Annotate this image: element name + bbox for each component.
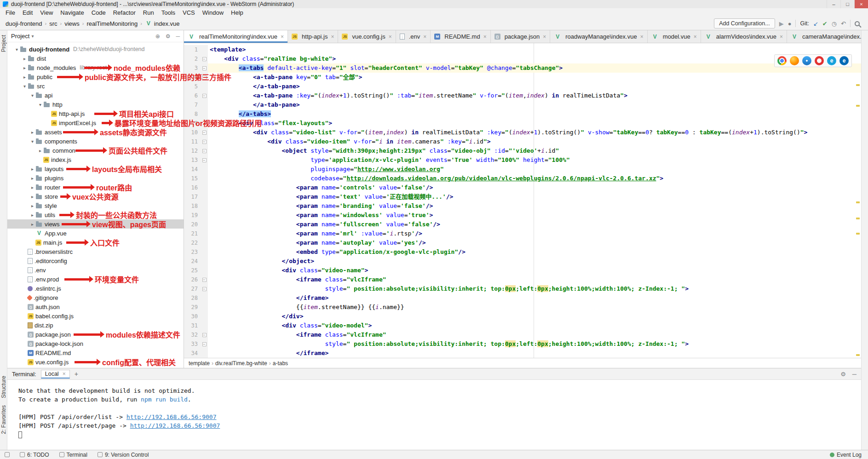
code-line[interactable]: 1<template>	[184, 45, 861, 54]
hide-panel-icon[interactable]: ─	[176, 33, 180, 40]
editor-tab-package-json[interactable]: {}package.json×	[491, 30, 551, 43]
chevron-right-icon[interactable]: ▸	[29, 203, 35, 208]
menu-item-tools[interactable]: Tools	[158, 9, 179, 16]
tree-item-eslintrc-js[interactable]: .eslintrc.js	[7, 284, 184, 293]
tree-item-editorconfig[interactable]: .editorconfig	[7, 256, 184, 265]
breadcrumb-item-index-vue[interactable]: Vindex.vue	[144, 19, 181, 28]
menu-item-navigate[interactable]: Navigate	[57, 9, 87, 16]
tree-item-plugins[interactable]: ▸plugins	[7, 173, 184, 183]
chevron-right-icon[interactable]: ▸	[37, 148, 43, 153]
editor-tab-env[interactable]: .env×	[396, 30, 431, 43]
close-icon[interactable]: ×	[423, 34, 426, 40]
menu-item-window[interactable]: Window	[199, 9, 227, 16]
chevron-right-icon[interactable]: ▸	[22, 75, 28, 80]
tree-item-src[interactable]: ▾src	[7, 81, 184, 91]
tree-item-store[interactable]: ▸store	[7, 192, 184, 201]
editor-tab-cameramanage-index-vue[interactable]: VcameraManage\index.vue×	[787, 30, 861, 43]
tree-item-http[interactable]: ▾http	[7, 100, 184, 109]
chevron-down-icon[interactable]: ▾	[37, 102, 43, 107]
close-icon[interactable]: ×	[543, 34, 546, 40]
rollback-icon[interactable]: ↶	[841, 20, 846, 27]
close-icon[interactable]: ×	[63, 371, 66, 377]
search-icon[interactable]	[855, 21, 860, 26]
gear-icon[interactable]: ⚙	[840, 371, 846, 378]
tool-stripe-structure[interactable]: Structure	[0, 376, 7, 398]
menu-item-vcs[interactable]: VCS	[179, 9, 199, 16]
fold-icon[interactable]: −	[202, 140, 207, 144]
tool-stripe-2-favorites[interactable]: 2: Favorites	[0, 405, 7, 434]
code-line[interactable]: 24 </object>	[184, 257, 861, 266]
chevron-right-icon[interactable]: ▸	[29, 166, 35, 172]
chevron-down-icon[interactable]: ▾	[22, 84, 28, 89]
editor-tab-realtimemonitoring-index-vue[interactable]: VrealTimeMonitoring\index.vue×	[184, 30, 288, 43]
maximize-icon[interactable]: □	[840, 0, 854, 8]
terminal-link[interactable]: http://192.168.66.56:9007	[126, 413, 217, 420]
close-icon[interactable]: ×	[483, 34, 487, 40]
close-icon[interactable]: ×	[389, 34, 392, 40]
menu-item-help[interactable]: Help	[227, 9, 247, 16]
minimize-icon[interactable]: –	[827, 0, 840, 8]
tree-item-readme-md[interactable]: MREADME.md	[7, 348, 184, 357]
tree-item-node-modules[interactable]: ▸node_moduleslibrary root	[7, 63, 184, 72]
tree-item-main-js[interactable]: JSmain.js	[7, 238, 184, 247]
fold-icon[interactable]: −	[202, 57, 207, 61]
menu-item-code[interactable]: Code	[88, 9, 109, 16]
tree-item-common[interactable]: ▸common	[7, 146, 184, 155]
breadcrumb-item-duoji-frontend[interactable]: duoji-frontend	[5, 19, 43, 28]
tree-item-importexcel-js[interactable]: JSimportExcel.js	[7, 118, 184, 127]
code-line[interactable]: 7 </a-tab-pane>	[184, 100, 861, 109]
tree-item-auth-json[interactable]: {}auth.json	[7, 302, 184, 311]
ie-icon[interactable]: e	[827, 56, 836, 65]
safari-icon[interactable]	[802, 56, 811, 65]
fold-icon[interactable]: −	[202, 278, 207, 282]
tree-item-gitignore[interactable]: .gitignore	[7, 293, 184, 302]
tree-item-http-api-js[interactable]: JShttp-api.js	[7, 109, 184, 118]
menu-item-refactor[interactable]: Refactor	[109, 9, 139, 16]
fold-icon[interactable]: −	[202, 342, 207, 346]
status-item-event-log[interactable]: Event Log	[830, 452, 862, 458]
tree-item-layouts[interactable]: ▸layouts	[7, 164, 184, 173]
new-terminal-button[interactable]: +	[75, 370, 78, 378]
chevron-right-icon[interactable]: ▸	[22, 56, 28, 61]
menu-item-file[interactable]: File	[2, 9, 19, 16]
code-line[interactable]: 9 <div class="flex-layouts">	[184, 119, 861, 128]
add-configuration-button[interactable]: Add Configuration...	[714, 18, 775, 29]
code-line[interactable]: 26− <iframe class="vlcIframe"	[184, 275, 861, 284]
chevron-down-icon[interactable]: ▾	[31, 34, 34, 39]
code-line[interactable]: 32− <iframe class="vlcIframe"	[184, 330, 861, 339]
code-line[interactable]: 28 </iframe>	[184, 293, 861, 303]
chevron-right-icon[interactable]: ▸	[29, 194, 35, 199]
terminal-tab-local[interactable]: Local ×	[41, 370, 70, 379]
chevron-right-icon[interactable]: ▸	[29, 185, 35, 190]
edge-icon[interactable]: e	[839, 56, 849, 65]
git-commit-icon[interactable]: ✔	[822, 20, 828, 27]
code-line[interactable]: 21 <param name='mrl' :value='i.rtsp'/>	[184, 229, 861, 238]
editor-breadcrumb-item-div-realtime-bg-white[interactable]: div.realTime.bg-white	[215, 360, 267, 367]
tree-item-style[interactable]: ▸style	[7, 201, 184, 210]
code-line[interactable]: 13− type='application/x-vlc-plugin' even…	[184, 155, 861, 165]
close-icon[interactable]: ×	[780, 34, 783, 40]
status-item-9-version-control[interactable]: 9: Version Control	[98, 452, 149, 458]
code-line[interactable]: 31 <div class="video-model">	[184, 321, 861, 330]
code-line[interactable]: 15 codebase="http://downloads.videolan.o…	[184, 174, 861, 183]
editor-tab-alarmvideos-index-vue[interactable]: ValarmVideos\index.vue×	[701, 30, 787, 43]
code-line[interactable]: 25 <div class="video-name">	[184, 266, 861, 275]
close-icon[interactable]: ×	[331, 34, 334, 40]
tree-item-assets[interactable]: ▸assets	[7, 127, 184, 137]
fold-icon[interactable]: −	[202, 149, 207, 153]
tree-item-package-json[interactable]: {}package.json	[7, 330, 184, 339]
locate-file-icon[interactable]: ⊕	[155, 33, 160, 40]
tree-item-components[interactable]: ▾components	[7, 137, 184, 146]
tree-item-app-vue[interactable]: VApp.vue	[7, 229, 184, 238]
fold-icon[interactable]: −	[202, 131, 207, 135]
breadcrumb-item-realtimemonitoring[interactable]: realTimeMonitoring	[86, 19, 138, 28]
tree-item-views[interactable]: ▸views	[7, 219, 184, 229]
code-line[interactable]: 18 <param name='branding' value='false'/…	[184, 201, 861, 211]
chevron-right-icon[interactable]: ▸	[29, 212, 35, 218]
firefox-icon[interactable]	[790, 56, 799, 65]
breadcrumb-item-views[interactable]: views	[63, 19, 80, 28]
code-line[interactable]: 16 <param name='controls' value='false'/…	[184, 183, 861, 192]
tool-stripe-project[interactable]: Project	[0, 35, 7, 52]
code-line[interactable]: 23 <embed type="application/x-google-vlc…	[184, 247, 861, 257]
tree-item-env-prod[interactable]: .env.prod	[7, 275, 184, 284]
